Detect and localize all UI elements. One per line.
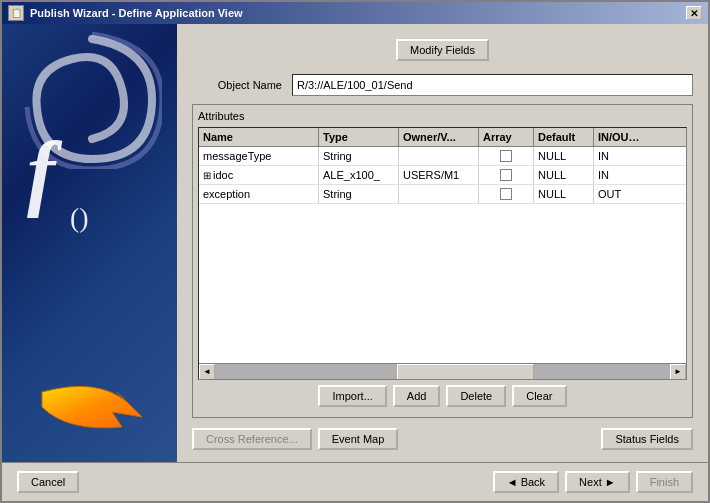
add-button[interactable]: Add — [393, 385, 441, 407]
cell-name-2: exception — [199, 185, 319, 203]
footer-nav-buttons: ◄ Back Next ► Finish — [493, 471, 693, 493]
cell-array-1 — [479, 166, 534, 184]
cell-type-2: String — [319, 185, 399, 203]
cell-array-0 — [479, 147, 534, 165]
cell-inout-1: IN — [594, 166, 649, 184]
footer: Cancel ◄ Back Next ► Finish — [2, 462, 708, 501]
scroll-right-button[interactable]: ► — [670, 364, 686, 380]
object-name-input[interactable] — [292, 74, 693, 96]
col-inout: IN/OUT/I... — [594, 128, 649, 146]
table-row[interactable]: messageType String NULL IN — [199, 147, 686, 166]
checkbox-1[interactable] — [500, 169, 512, 181]
window-title: Publish Wizard - Define Application View — [30, 7, 243, 19]
bottom-right-buttons: Status Fields — [601, 428, 693, 450]
main-window: 📋 Publish Wizard - Define Application Vi… — [0, 0, 710, 503]
event-map-button[interactable]: Event Map — [318, 428, 399, 450]
close-button[interactable]: ✕ — [686, 6, 702, 20]
table-header: Name Type Owner/V... Array Default IN/OU… — [199, 128, 686, 147]
col-name: Name — [199, 128, 319, 146]
cross-reference-button[interactable]: Cross Reference... — [192, 428, 312, 450]
cell-default-0: NULL — [534, 147, 594, 165]
cell-default-1: NULL — [534, 166, 594, 184]
col-type: Type — [319, 128, 399, 146]
right-panel: Modify Fields Object Name Attributes Nam… — [177, 24, 708, 462]
table-buttons-row: Import... Add Delete Clear — [198, 380, 687, 412]
cell-name-1: ⊞idoc — [199, 166, 319, 184]
cell-type-0: String — [319, 147, 399, 165]
expand-icon[interactable]: ⊞ — [203, 170, 211, 181]
attributes-table: Name Type Owner/V... Array Default IN/OU… — [198, 127, 687, 380]
cancel-button[interactable]: Cancel — [17, 471, 79, 493]
modify-fields-button[interactable]: Modify Fields — [396, 39, 489, 61]
scrollbar-track[interactable] — [215, 364, 670, 380]
modify-fields-row: Modify Fields — [192, 34, 693, 66]
left-panel: f () — [2, 24, 177, 462]
cell-owner-2 — [399, 185, 479, 203]
arrow-decoration — [37, 372, 147, 437]
attributes-label: Attributes — [198, 110, 687, 122]
window-icon: 📋 — [8, 5, 24, 21]
cell-default-2: NULL — [534, 185, 594, 203]
cell-type-1: ALE_x100_ — [319, 166, 399, 184]
horizontal-scrollbar[interactable]: ◄ ► — [199, 363, 686, 379]
status-fields-button[interactable]: Status Fields — [601, 428, 693, 450]
f-letter: f — [27, 129, 55, 214]
cell-owner-1: USERS/M1 — [399, 166, 479, 184]
cell-array-2 — [479, 185, 534, 203]
cell-inout-2: OUT — [594, 185, 649, 203]
title-bar: 📋 Publish Wizard - Define Application Vi… — [2, 2, 708, 24]
f-parens: () — [70, 202, 89, 234]
checkbox-2[interactable] — [500, 188, 512, 200]
next-button[interactable]: Next ► — [565, 471, 630, 493]
cell-name-0: messageType — [199, 147, 319, 165]
bottom-action-row: Cross Reference... Event Map Status Fiel… — [192, 426, 693, 452]
col-array: Array — [479, 128, 534, 146]
content-area: f () Modify Fields Objec — [2, 24, 708, 462]
object-name-row: Object Name — [192, 74, 693, 96]
clear-button[interactable]: Clear — [512, 385, 566, 407]
title-bar-content: 📋 Publish Wizard - Define Application Vi… — [8, 5, 243, 21]
checkbox-0[interactable] — [500, 150, 512, 162]
scrollbar-thumb[interactable] — [397, 364, 534, 380]
col-owner: Owner/V... — [399, 128, 479, 146]
back-button[interactable]: ◄ Back — [493, 471, 559, 493]
import-button[interactable]: Import... — [318, 385, 386, 407]
scroll-left-button[interactable]: ◄ — [199, 364, 215, 380]
object-name-label: Object Name — [192, 79, 282, 91]
col-default: Default — [534, 128, 594, 146]
cell-owner-0 — [399, 147, 479, 165]
table-body: messageType String NULL IN ⊞idoc ALE_x10… — [199, 147, 686, 363]
cell-inout-0: IN — [594, 147, 649, 165]
table-row[interactable]: ⊞idoc ALE_x100_ USERS/M1 NULL IN — [199, 166, 686, 185]
attributes-group: Attributes Name Type Owner/V... Array De… — [192, 104, 693, 418]
table-row[interactable]: exception String NULL OUT — [199, 185, 686, 204]
delete-button[interactable]: Delete — [446, 385, 506, 407]
bottom-left-buttons: Cross Reference... Event Map — [192, 428, 398, 450]
finish-button[interactable]: Finish — [636, 471, 693, 493]
